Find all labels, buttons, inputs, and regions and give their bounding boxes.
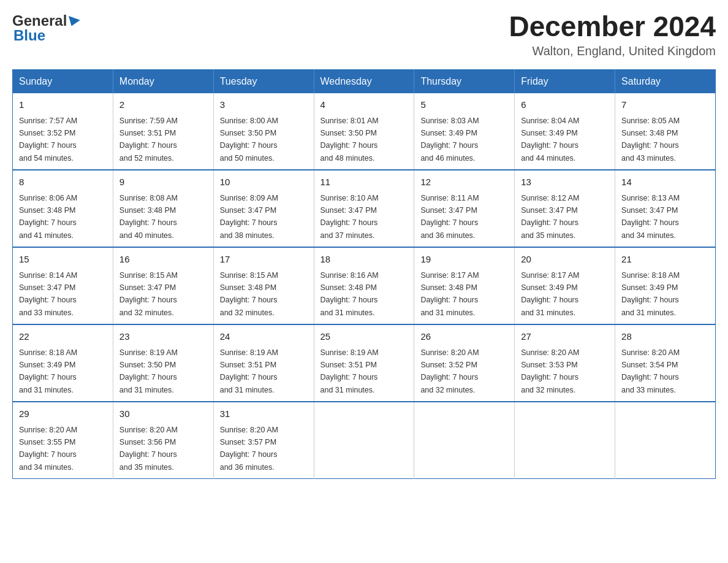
- day-number: 7: [621, 98, 709, 112]
- day-number: 5: [420, 98, 508, 112]
- location-text: Walton, England, United Kingdom: [509, 44, 716, 58]
- calendar-cell: 3 Sunrise: 8:00 AMSunset: 3:50 PMDayligh…: [213, 93, 314, 170]
- day-number: 12: [420, 175, 508, 190]
- calendar-week-row: 15 Sunrise: 8:14 AMSunset: 3:47 PMDaylig…: [13, 247, 716, 324]
- day-info: Sunrise: 8:20 AMSunset: 3:57 PMDaylight:…: [220, 426, 278, 472]
- day-header-thursday: Thursday: [414, 70, 515, 94]
- calendar-cell: 19 Sunrise: 8:17 AMSunset: 3:48 PMDaylig…: [414, 247, 515, 324]
- day-info: Sunrise: 8:17 AMSunset: 3:49 PMDaylight:…: [521, 271, 579, 317]
- day-info: Sunrise: 8:17 AMSunset: 3:48 PMDaylight:…: [420, 271, 479, 317]
- calendar-cell: 22 Sunrise: 8:18 AMSunset: 3:49 PMDaylig…: [13, 324, 113, 402]
- calendar-cell: 26 Sunrise: 8:20 AMSunset: 3:52 PMDaylig…: [414, 324, 515, 402]
- day-header-monday: Monday: [113, 70, 213, 94]
- day-info: Sunrise: 8:16 AMSunset: 3:48 PMDaylight:…: [320, 271, 379, 317]
- day-info: Sunrise: 7:57 AMSunset: 3:52 PMDaylight:…: [19, 117, 77, 163]
- day-info: Sunrise: 8:05 AMSunset: 3:48 PMDaylight:…: [621, 117, 680, 163]
- calendar-cell: 23 Sunrise: 8:19 AMSunset: 3:50 PMDaylig…: [113, 324, 213, 402]
- calendar-cell: [314, 402, 414, 479]
- calendar-cell: 25 Sunrise: 8:19 AMSunset: 3:51 PMDaylig…: [314, 324, 414, 402]
- calendar-week-row: 22 Sunrise: 8:18 AMSunset: 3:49 PMDaylig…: [13, 324, 716, 402]
- day-number: 17: [220, 253, 308, 267]
- day-number: 25: [320, 330, 408, 344]
- logo: General Blue: [12, 12, 79, 44]
- day-info: Sunrise: 8:12 AMSunset: 3:47 PMDaylight:…: [521, 194, 579, 240]
- day-number: 27: [521, 330, 609, 344]
- day-info: Sunrise: 8:20 AMSunset: 3:53 PMDaylight:…: [521, 348, 579, 394]
- day-info: Sunrise: 8:20 AMSunset: 3:54 PMDaylight:…: [621, 348, 680, 394]
- calendar-cell: 5 Sunrise: 8:03 AMSunset: 3:49 PMDayligh…: [414, 93, 515, 170]
- day-number: 21: [621, 253, 709, 267]
- day-number: 22: [19, 330, 107, 344]
- day-info: Sunrise: 8:08 AMSunset: 3:48 PMDaylight:…: [119, 194, 178, 240]
- day-number: 11: [320, 175, 408, 190]
- calendar-cell: 16 Sunrise: 8:15 AMSunset: 3:47 PMDaylig…: [113, 247, 213, 324]
- day-number: 23: [119, 330, 207, 344]
- calendar-table: SundayMondayTuesdayWednesdayThursdayFrid…: [12, 69, 716, 479]
- title-section: December 2024 Walton, England, United Ki…: [509, 12, 716, 58]
- day-number: 3: [220, 98, 308, 112]
- day-number: 8: [19, 175, 107, 190]
- calendar-cell: 13 Sunrise: 8:12 AMSunset: 3:47 PMDaylig…: [515, 170, 615, 247]
- calendar-cell: 2 Sunrise: 7:59 AMSunset: 3:51 PMDayligh…: [113, 93, 213, 170]
- day-info: Sunrise: 8:09 AMSunset: 3:47 PMDaylight:…: [220, 194, 278, 240]
- day-info: Sunrise: 8:19 AMSunset: 3:51 PMDaylight:…: [220, 348, 278, 394]
- logo-blue-text: Blue: [12, 27, 79, 44]
- day-info: Sunrise: 7:59 AMSunset: 3:51 PMDaylight:…: [119, 117, 178, 163]
- day-info: Sunrise: 8:15 AMSunset: 3:47 PMDaylight:…: [119, 271, 178, 317]
- day-info: Sunrise: 8:03 AMSunset: 3:49 PMDaylight:…: [420, 117, 479, 163]
- day-info: Sunrise: 8:14 AMSunset: 3:47 PMDaylight:…: [19, 271, 77, 317]
- calendar-cell: 30 Sunrise: 8:20 AMSunset: 3:56 PMDaylig…: [113, 402, 213, 479]
- day-number: 6: [521, 98, 609, 112]
- day-info: Sunrise: 8:15 AMSunset: 3:48 PMDaylight:…: [220, 271, 278, 317]
- day-info: Sunrise: 8:19 AMSunset: 3:51 PMDaylight:…: [320, 348, 379, 394]
- day-info: Sunrise: 8:10 AMSunset: 3:47 PMDaylight:…: [320, 194, 379, 240]
- day-number: 1: [19, 98, 107, 112]
- day-info: Sunrise: 8:11 AMSunset: 3:47 PMDaylight:…: [420, 194, 479, 240]
- calendar-cell: 9 Sunrise: 8:08 AMSunset: 3:48 PMDayligh…: [113, 170, 213, 247]
- calendar-cell: 14 Sunrise: 8:13 AMSunset: 3:47 PMDaylig…: [615, 170, 716, 247]
- calendar-cell: 12 Sunrise: 8:11 AMSunset: 3:47 PMDaylig…: [414, 170, 515, 247]
- day-header-wednesday: Wednesday: [314, 70, 414, 94]
- day-header-friday: Friday: [515, 70, 615, 94]
- calendar-week-row: 8 Sunrise: 8:06 AMSunset: 3:48 PMDayligh…: [13, 170, 716, 247]
- day-info: Sunrise: 8:00 AMSunset: 3:50 PMDaylight:…: [220, 117, 278, 163]
- day-info: Sunrise: 8:01 AMSunset: 3:50 PMDaylight:…: [320, 117, 379, 163]
- calendar-cell: [615, 402, 716, 479]
- calendar-cell: 27 Sunrise: 8:20 AMSunset: 3:53 PMDaylig…: [515, 324, 615, 402]
- calendar-header-row: SundayMondayTuesdayWednesdayThursdayFrid…: [13, 70, 716, 94]
- calendar-cell: 31 Sunrise: 8:20 AMSunset: 3:57 PMDaylig…: [213, 402, 314, 479]
- day-header-sunday: Sunday: [13, 70, 113, 94]
- day-number: 28: [621, 330, 709, 344]
- calendar-cell: 17 Sunrise: 8:15 AMSunset: 3:48 PMDaylig…: [213, 247, 314, 324]
- day-info: Sunrise: 8:06 AMSunset: 3:48 PMDaylight:…: [19, 194, 77, 240]
- day-info: Sunrise: 8:20 AMSunset: 3:52 PMDaylight:…: [420, 348, 479, 394]
- calendar-cell: 21 Sunrise: 8:18 AMSunset: 3:49 PMDaylig…: [615, 247, 716, 324]
- day-number: 15: [19, 253, 107, 267]
- day-number: 30: [119, 407, 207, 421]
- day-number: 29: [19, 407, 107, 421]
- day-header-tuesday: Tuesday: [213, 70, 314, 94]
- day-number: 19: [420, 253, 508, 267]
- day-number: 4: [320, 98, 408, 112]
- calendar-cell: 1 Sunrise: 7:57 AMSunset: 3:52 PMDayligh…: [13, 93, 113, 170]
- day-number: 20: [521, 253, 609, 267]
- calendar-week-row: 1 Sunrise: 7:57 AMSunset: 3:52 PMDayligh…: [13, 93, 716, 170]
- calendar-cell: 28 Sunrise: 8:20 AMSunset: 3:54 PMDaylig…: [615, 324, 716, 402]
- page-header: General Blue December 2024 Walton, Engla…: [12, 12, 716, 58]
- day-number: 10: [220, 175, 308, 190]
- day-info: Sunrise: 8:04 AMSunset: 3:49 PMDaylight:…: [521, 117, 579, 163]
- calendar-cell: 18 Sunrise: 8:16 AMSunset: 3:48 PMDaylig…: [314, 247, 414, 324]
- day-info: Sunrise: 8:20 AMSunset: 3:55 PMDaylight:…: [19, 426, 77, 472]
- month-title: December 2024: [509, 12, 716, 40]
- calendar-cell: 11 Sunrise: 8:10 AMSunset: 3:47 PMDaylig…: [314, 170, 414, 247]
- day-info: Sunrise: 8:18 AMSunset: 3:49 PMDaylight:…: [621, 271, 680, 317]
- day-number: 13: [521, 175, 609, 190]
- calendar-cell: 24 Sunrise: 8:19 AMSunset: 3:51 PMDaylig…: [213, 324, 314, 402]
- logo-arrow-icon: [66, 16, 81, 28]
- day-number: 18: [320, 253, 408, 267]
- calendar-cell: [515, 402, 615, 479]
- calendar-cell: 4 Sunrise: 8:01 AMSunset: 3:50 PMDayligh…: [314, 93, 414, 170]
- calendar-cell: 15 Sunrise: 8:14 AMSunset: 3:47 PMDaylig…: [13, 247, 113, 324]
- day-info: Sunrise: 8:18 AMSunset: 3:49 PMDaylight:…: [19, 348, 77, 394]
- day-number: 9: [119, 175, 207, 190]
